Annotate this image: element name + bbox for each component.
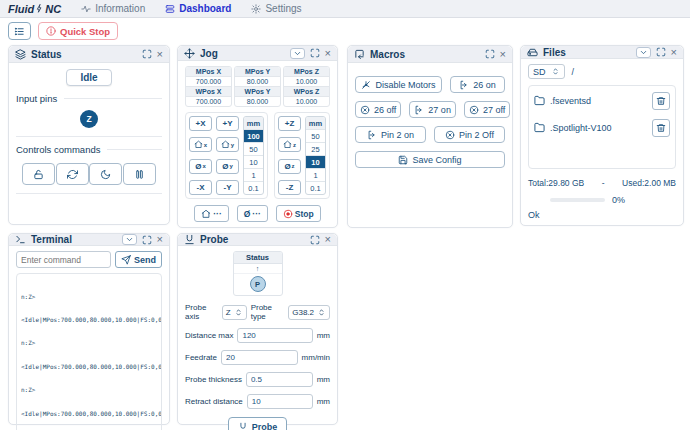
- home-all-button[interactable]: ···: [194, 205, 229, 222]
- probe-start-button[interactable]: Probe: [228, 417, 288, 430]
- send-button-label: Send: [134, 255, 156, 265]
- distance-max-row: Distance max mm: [185, 328, 330, 343]
- nav-information[interactable]: Information: [81, 3, 145, 14]
- expand-icon[interactable]: [142, 49, 152, 59]
- home-z-button[interactable]: z: [278, 137, 301, 152]
- quick-stop-label: Quick Stop: [60, 26, 110, 37]
- jog-plus-y-button[interactable]: +Y: [216, 116, 239, 131]
- jog-panel-body: MPos X700.000 WPos X700.000 MPos Y80.000…: [178, 61, 337, 227]
- unlock-button[interactable]: [22, 163, 55, 185]
- file-row[interactable]: .fseventsd: [534, 87, 670, 114]
- macro-27-on-button[interactable]: 27 on: [409, 101, 456, 118]
- jog-stop-button[interactable]: Stop: [276, 205, 321, 222]
- chevron-down-icon: [639, 48, 648, 57]
- probe-panel-header: Probe ×: [178, 234, 337, 246]
- xy-step-option[interactable]: 100: [244, 130, 263, 143]
- sleep-button[interactable]: [89, 163, 122, 185]
- nav-dashboard[interactable]: Dashboard: [165, 3, 231, 14]
- close-icon[interactable]: ×: [500, 49, 506, 60]
- send-button[interactable]: Send: [115, 251, 162, 268]
- macros-row: Disable Motors 26 on: [355, 76, 505, 93]
- macro-26-on-button[interactable]: 26 on: [450, 76, 505, 93]
- z-step-option[interactable]: 25: [306, 143, 325, 156]
- send-icon: [121, 255, 131, 265]
- probe-type-select[interactable]: G38.2: [288, 305, 330, 320]
- close-icon[interactable]: ×: [157, 49, 163, 60]
- pin-2-on-button[interactable]: Pin 2 on: [355, 126, 426, 143]
- jog-minus-y-button[interactable]: -Y: [216, 180, 239, 195]
- expand-icon[interactable]: [310, 48, 320, 58]
- nav-information-label: Information: [95, 3, 145, 14]
- probe-axis-select[interactable]: Z: [222, 305, 247, 320]
- zero-all-button[interactable]: Ø···: [237, 205, 268, 222]
- file-row[interactable]: .Spotlight-V100: [534, 114, 670, 141]
- close-icon[interactable]: ×: [325, 234, 331, 245]
- retract-distance-input[interactable]: [247, 394, 313, 409]
- panel-menu-button[interactable]: [290, 48, 305, 59]
- expand-icon[interactable]: [485, 49, 495, 59]
- brand-right: NC: [45, 3, 61, 15]
- unit-label: mm: [317, 397, 330, 406]
- command-input[interactable]: [16, 251, 111, 268]
- jog-z-group: +Z z Øz -Z mm 50 25 10 1 0.1: [274, 112, 330, 199]
- save-icon: [398, 155, 408, 165]
- select-arrows-icon: [234, 308, 243, 317]
- pin-on-icon: [459, 80, 469, 90]
- zero-z-button[interactable]: Øz: [278, 159, 301, 174]
- zero-y-button[interactable]: Øy: [216, 159, 239, 174]
- save-config-button[interactable]: Save Config: [355, 151, 505, 168]
- files-panel-title: Files: [543, 47, 566, 58]
- delete-file-button[interactable]: [652, 119, 670, 137]
- expand-icon[interactable]: [310, 235, 320, 245]
- panel-menu-button[interactable]: [636, 47, 651, 58]
- quick-stop-button[interactable]: Quick Stop: [38, 22, 118, 40]
- xy-step-option[interactable]: 0.1: [244, 182, 263, 194]
- pause-button[interactable]: [123, 163, 156, 185]
- z-step-option[interactable]: 10: [306, 156, 325, 169]
- zero-x-button[interactable]: Øx: [189, 159, 212, 174]
- fluidnc-logo: Fluid NC: [8, 3, 61, 15]
- xy-step-option[interactable]: 1: [244, 169, 263, 182]
- macro-27-off-button[interactable]: 27 off: [464, 101, 510, 118]
- moon-icon: [100, 169, 111, 180]
- probe-thickness-input[interactable]: [246, 372, 313, 387]
- close-icon[interactable]: ×: [325, 48, 331, 59]
- close-icon[interactable]: ×: [157, 234, 163, 245]
- panels-list-button[interactable]: [8, 22, 31, 40]
- fluidnc-dashboard: Fluid NC Information Dashboard Settings …: [0, 0, 690, 430]
- jog-minus-z-button[interactable]: -Z: [278, 180, 301, 195]
- macro-26-off-button[interactable]: 26 off: [355, 101, 401, 118]
- nav-settings[interactable]: Settings: [251, 3, 301, 14]
- jog-minus-x-button[interactable]: -X: [189, 180, 212, 195]
- jog-plus-z-button[interactable]: +Z: [278, 116, 301, 131]
- expand-icon[interactable]: [142, 235, 152, 245]
- distance-max-input[interactable]: [237, 328, 312, 343]
- close-icon[interactable]: ×: [671, 47, 677, 58]
- home-y-button[interactable]: y: [216, 137, 239, 152]
- expand-icon[interactable]: [656, 47, 666, 57]
- pin-2-off-button[interactable]: Pin 2 Off: [434, 126, 505, 143]
- z-step-option[interactable]: 1: [306, 169, 325, 182]
- progress-bar: [550, 198, 605, 202]
- z-step-option[interactable]: 50: [306, 130, 325, 143]
- z-step-option[interactable]: 0.1: [306, 182, 325, 194]
- trash-icon: [656, 123, 666, 133]
- feedrate-input[interactable]: [221, 350, 298, 365]
- panel-menu-button[interactable]: [122, 234, 137, 245]
- source-select[interactable]: SD: [528, 64, 565, 79]
- dashboard-icon: [165, 4, 175, 14]
- controls-row: [16, 163, 162, 185]
- xy-step-option[interactable]: 50: [244, 143, 263, 156]
- xy-step-option[interactable]: 10: [244, 156, 263, 169]
- layers-icon: [15, 49, 26, 60]
- pause-icon: [134, 169, 145, 180]
- list-icon: [14, 26, 25, 37]
- z-step-selector: mm 50 25 10 1 0.1: [305, 116, 326, 195]
- home-x-button[interactable]: x: [189, 137, 212, 152]
- disable-motors-button[interactable]: Disable Motors: [355, 76, 442, 93]
- positions-row: MPos X700.000 WPos X700.000 MPos Y80.000…: [185, 66, 330, 107]
- delete-file-button[interactable]: [652, 92, 670, 110]
- reset-button[interactable]: [56, 163, 89, 185]
- distance-max-label: Distance max: [185, 331, 233, 340]
- jog-plus-x-button[interactable]: +X: [189, 116, 212, 131]
